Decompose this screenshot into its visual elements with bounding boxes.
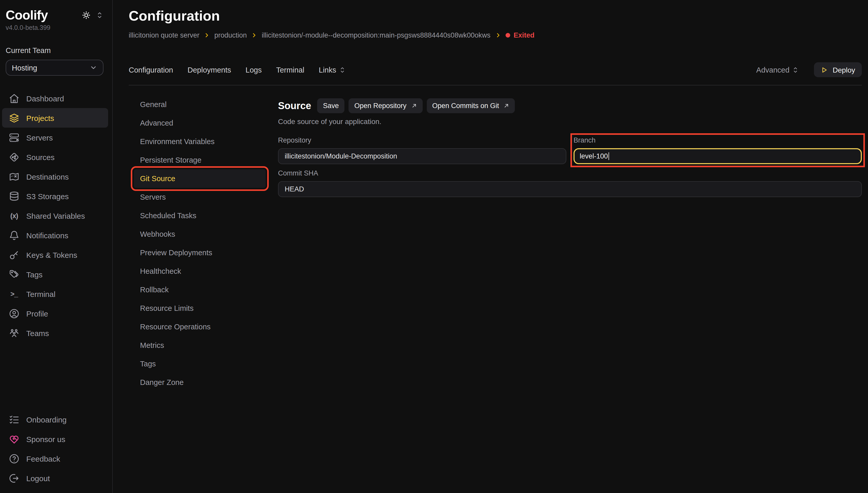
repository-label: Repository [278, 136, 566, 144]
team-select[interactable]: Hosting [6, 60, 104, 76]
deploy-button[interactable]: Deploy [814, 62, 862, 77]
sidebar-item-label: Dashboard [26, 94, 64, 103]
app-logo[interactable]: Coolify [6, 8, 48, 23]
subnav-danger-zone[interactable]: Danger Zone [134, 373, 266, 392]
team-select-value: Hosting [12, 64, 37, 72]
app-window: Coolify v4.0.0-beta.399 Current Team Hos… [0, 0, 868, 493]
sidebar-item-tags[interactable]: Tags [2, 264, 108, 284]
sidebar-item-label: Teams [26, 328, 49, 337]
sidebar-item-s3-storages[interactable]: S3 Storages [2, 186, 108, 206]
theme-sun-icon[interactable] [82, 11, 91, 20]
heart-handshake-icon [9, 433, 20, 444]
user-circle-icon [9, 308, 20, 319]
play-icon [821, 66, 828, 73]
subnav-metrics[interactable]: Metrics [134, 336, 266, 355]
config-subnav: General Advanced Environment Variables P… [134, 95, 266, 392]
open-commits-button[interactable]: Open Commits on Git [426, 98, 515, 113]
main-area: Configuration illicitonion quote server … [113, 0, 868, 493]
subnav-preview-deployments[interactable]: Preview Deployments [134, 243, 266, 262]
sidebar-item-label: Destinations [26, 172, 69, 181]
subnav-webhooks[interactable]: Webhooks [134, 225, 266, 243]
subnav-scheduled-tasks[interactable]: Scheduled Tasks [134, 206, 266, 225]
breadcrumb-environment[interactable]: production [214, 31, 247, 39]
tab-terminal[interactable]: Terminal [276, 66, 304, 74]
sidebar-item-onboarding[interactable]: Onboarding [2, 410, 108, 429]
commit-sha-input[interactable] [278, 181, 862, 197]
sidebar-item-label: Tags [26, 270, 42, 279]
sidebar-item-label: Onboarding [26, 415, 67, 424]
sidebar-item-notifications[interactable]: Notifications [2, 226, 108, 245]
sidebar-item-label: S3 Storages [26, 192, 69, 200]
tabs-row: Configuration Deployments Logs Terminal … [129, 62, 862, 77]
branch-label: Branch [573, 136, 862, 144]
commit-sha-field: Commit SHA [278, 169, 862, 197]
status-text: Exited [513, 31, 534, 39]
branch-value: level-100 [580, 152, 608, 160]
sidebar-item-projects[interactable]: Projects [2, 108, 108, 128]
tab-configuration[interactable]: Configuration [129, 66, 173, 74]
sidebar-item-sources[interactable]: Sources [2, 147, 108, 167]
sidebar-item-shared-variables[interactable]: (x) Shared Variables [2, 206, 108, 226]
subnav-rollback[interactable]: Rollback [134, 280, 266, 299]
sidebar-item-teams[interactable]: Teams [2, 323, 108, 343]
subnav-persistent-storage[interactable]: Persistent Storage [134, 151, 266, 169]
sidebar-item-label: Sponsor us [26, 434, 65, 443]
tab-links[interactable]: Links [319, 66, 345, 74]
subnav-servers[interactable]: Servers [134, 188, 266, 206]
layers-icon [9, 112, 20, 123]
theme-switcher-chevrons-icon[interactable] [96, 11, 103, 19]
git-source-icon [9, 152, 20, 163]
users-icon [9, 327, 20, 338]
status-dot-icon [505, 33, 510, 38]
chevron-right-icon [204, 33, 210, 38]
chevrons-up-down-icon [792, 66, 799, 73]
open-repository-button[interactable]: Open Repository [348, 98, 422, 113]
sidebar-item-label: Shared Variables [26, 211, 85, 220]
sidebar-item-label: Keys & Tokens [26, 250, 77, 259]
subnav-tags[interactable]: Tags [134, 355, 266, 373]
app-version: v4.0.0-beta.399 [0, 24, 112, 31]
external-link-icon [411, 103, 417, 109]
advanced-dropdown[interactable]: Advanced [756, 66, 799, 74]
sidebar-item-sponsor-us[interactable]: Sponsor us [2, 429, 108, 449]
sidebar-item-keys-tokens[interactable]: Keys & Tokens [2, 245, 108, 264]
subnav-general[interactable]: General [134, 95, 266, 114]
save-button[interactable]: Save [317, 98, 345, 113]
subnav-resource-operations[interactable]: Resource Operations [134, 318, 266, 336]
branch-input[interactable]: level-100 [573, 148, 862, 164]
tabs-divider [129, 85, 862, 85]
subnav-resource-limits[interactable]: Resource Limits [134, 299, 266, 318]
sidebar-item-logout[interactable]: Logout [2, 468, 108, 488]
subnav-git-source[interactable]: Git Source [134, 169, 266, 188]
current-team-label: Current Team [0, 46, 112, 55]
source-description: Code source of your application. [278, 117, 862, 126]
sidebar-item-dashboard[interactable]: Dashboard [2, 88, 108, 108]
sidebar-item-profile[interactable]: Profile [2, 304, 108, 323]
subnav-advanced[interactable]: Advanced [134, 114, 266, 132]
sidebar-item-feedback[interactable]: Feedback [2, 449, 108, 468]
repository-input[interactable] [278, 148, 566, 164]
tab-deployments[interactable]: Deployments [188, 66, 231, 74]
terminal-icon: >_ [9, 288, 20, 299]
repository-field: Repository [278, 136, 566, 164]
sidebar-item-destinations[interactable]: Destinations [2, 167, 108, 186]
commit-sha-label: Commit SHA [278, 169, 862, 177]
tags-icon [9, 269, 20, 280]
sidebar-item-label: Feedback [26, 454, 60, 463]
external-link-icon [504, 103, 509, 109]
shared-variables-icon: (x) [9, 210, 20, 221]
sidebar-item-label: Servers [26, 133, 53, 142]
sidebar-item-label: Profile [26, 309, 48, 318]
breadcrumb-project[interactable]: illicitonion quote server [129, 31, 199, 39]
key-icon [9, 249, 20, 260]
page-title: Configuration [129, 9, 862, 23]
home-icon [9, 93, 20, 104]
sidebar-item-terminal[interactable]: >_ Terminal [2, 284, 108, 304]
subnav-healthcheck[interactable]: Healthcheck [134, 262, 266, 280]
sidebar-item-servers[interactable]: Servers [2, 128, 108, 147]
list-checks-icon [9, 414, 20, 425]
tab-logs[interactable]: Logs [246, 66, 262, 74]
subnav-environment-variables[interactable]: Environment Variables [134, 132, 266, 151]
breadcrumb-application[interactable]: illicitestonion/-module--decomposition:m… [262, 31, 490, 39]
logout-icon [9, 473, 20, 484]
